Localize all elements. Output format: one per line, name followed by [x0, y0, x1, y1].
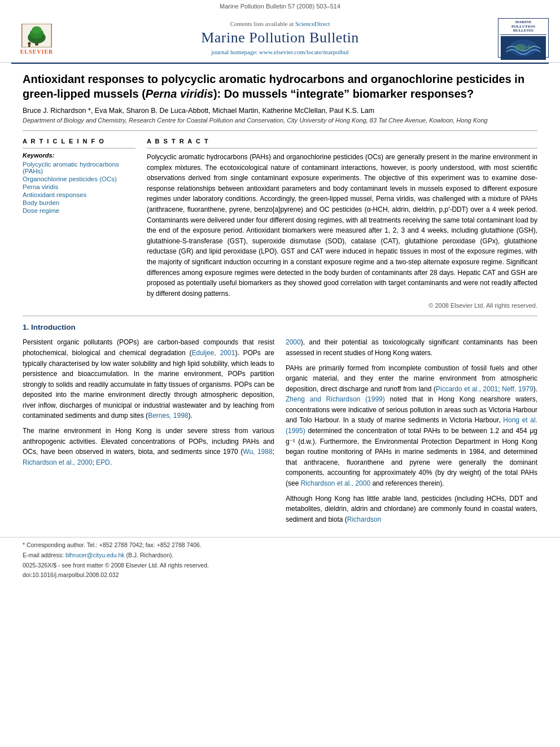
content-area: Antioxidant responses to polycyclic arom…: [0, 64, 560, 537]
ref-epd[interactable]: EPD,: [96, 458, 112, 466]
email-suffix: (B.J. Richardson).: [126, 552, 173, 558]
intro-two-col: Persistent organic pollutants (POPs) are…: [23, 337, 537, 529]
abstract-col: A B S T R A C T Polycyclic aromatic hydr…: [147, 138, 537, 309]
ref-bernes[interactable]: Bernes, 1998: [148, 412, 188, 420]
doi-line: doi:10.1016/j.marpolbul.2008.02.032: [23, 571, 537, 579]
sciencedirect-text: Contents lists available at: [230, 20, 294, 27]
ref-zheng[interactable]: Zheng and Richardson (1999): [286, 395, 385, 403]
email-note: E-mail address: blhrucer@cityu.edu.hk (B…: [23, 551, 537, 560]
authors-line: Bruce J. Richardson *, Eva Mak, Sharon B…: [23, 107, 537, 115]
mpb-logo-top: MARINEPOLLUTIONBULLETIN: [500, 20, 546, 35]
svg-rect-6: [28, 45, 30, 47]
ref-richardson-end[interactable]: Richardson: [347, 516, 382, 523]
abstract-text: Polycyclic aromatic hydrocarbons (PAHs) …: [147, 152, 537, 299]
mpb-wave-icon: [504, 36, 543, 60]
journal-header: ELSEVIER Contents lists available at Sci…: [0, 11, 560, 63]
article-info-col: A R T I C L E I N F O Keywords: Polycycl…: [23, 138, 135, 309]
journal-homepage: journal homepage: www.elsevier.com/locat…: [62, 49, 498, 55]
top-citation: Marine Pollution Bulletin 57 (2008) 503–…: [0, 0, 560, 11]
intro-left-col: Persistent organic pollutants (POPs) are…: [23, 337, 274, 529]
abstract-end-divider: [23, 316, 537, 316]
elsevier-logo: ELSEVIER: [11, 21, 62, 55]
title-divider: [23, 130, 537, 131]
page: Marine Pollution Bulletin 57 (2008) 503–…: [0, 0, 560, 747]
footer-area: * Corresponding author. Tel.: +852 2788 …: [0, 537, 560, 583]
abstract-label: A B S T R A C T: [147, 138, 537, 145]
article-info-abstract: A R T I C L E I N F O Keywords: Polycycl…: [23, 138, 537, 309]
intro-heading: 1. Introduction: [23, 323, 537, 331]
sciencedirect-link[interactable]: ScienceDirect: [295, 20, 330, 27]
keywords-list: Polycyclic aromatic hydrocarbons (PAHs) …: [23, 161, 135, 214]
keyword-5: Body burden: [23, 199, 135, 206]
abstract-divider: [147, 148, 537, 148]
homepage-link[interactable]: journal homepage: www.elsevier.com/locat…: [211, 49, 349, 55]
intro-para-4: PAHs are primarily formed from incomplet…: [286, 363, 537, 489]
intro-para-2: The marine environment in Hong Kong is u…: [23, 426, 274, 468]
svg-point-5: [28, 42, 30, 45]
journal-title-block: Contents lists available at ScienceDirec…: [62, 20, 498, 55]
elsevier-label: ELSEVIER: [20, 49, 54, 55]
citation-text: Marine Pollution Bulletin 57 (2008) 503–…: [220, 3, 340, 10]
svg-point-10: [515, 44, 526, 51]
copyright-line: © 2008 Elsevier Ltd. All rights reserved…: [147, 302, 537, 309]
ref-richardson2000[interactable]: Richardson et al., 2000: [23, 458, 92, 466]
email-link[interactable]: blhrucer@cityu.edu.hk: [65, 552, 125, 558]
ref-wu[interactable]: Wu, 1988: [243, 448, 272, 456]
keyword-3: Perna viridis: [23, 184, 135, 190]
ref-eduljee[interactable]: Eduljee, 2001: [192, 349, 235, 357]
corresponding-author-note: * Corresponding author. Tel.: +852 2788 …: [23, 541, 537, 549]
elsevier-tree-icon: [20, 24, 54, 47]
corresponding-author-text: * Corresponding author. Tel.: +852 2788 …: [23, 541, 202, 548]
intro-para-3: 2000), and their potential as toxicologi…: [286, 337, 537, 358]
title-italic: Perna viridis: [146, 88, 213, 100]
title-text-after: ): Do mussels “integrate” biomarker resp…: [213, 88, 474, 100]
mpb-logo-image: [501, 36, 546, 60]
ref-2000[interactable]: 2000: [286, 338, 301, 346]
journal-title: Marine Pollution Bulletin: [62, 29, 498, 46]
article-info-label: A R T I C L E I N F O: [23, 138, 135, 145]
intro-para-1: Persistent organic pollutants (POPs) are…: [23, 337, 274, 421]
ref-richardson2000b[interactable]: Richardson et al., 2000: [301, 479, 370, 487]
ref-piccardo[interactable]: Piccardo et al., 2001: [436, 385, 498, 393]
issn-line: 0025-326X/$ - see front matter © 2008 El…: [23, 561, 537, 570]
ref-hong[interactable]: Hong et al. (1995): [286, 416, 537, 435]
intro-para-5: Although Hong Kong has little arable lan…: [286, 493, 537, 525]
keyword-6: Dose regime: [23, 207, 135, 214]
header-logo-row: ELSEVIER Contents lists available at Sci…: [11, 16, 549, 60]
intro-right-col: 2000), and their potential as toxicologi…: [286, 337, 537, 529]
sciencedirect-line: Contents lists available at ScienceDirec…: [62, 20, 498, 27]
article-title: Antioxidant responses to polycyclic arom…: [23, 72, 537, 101]
keyword-1: Polycyclic aromatic hydrocarbons (PAHs): [23, 161, 135, 174]
keywords-title: Keywords:: [23, 152, 135, 159]
keyword-4: Antioxidant responses: [23, 191, 135, 198]
ref-neff[interactable]: Neff, 1979: [502, 385, 533, 393]
email-label: E-mail address:: [23, 552, 64, 558]
keyword-2: Organochlorine pesticides (OCs): [23, 176, 135, 182]
affiliation-line: Department of Biology and Chemistry, Res…: [23, 117, 537, 124]
article-info-divider: [23, 148, 135, 148]
mpb-logo-box: MARINEPOLLUTIONBULLETIN: [498, 18, 549, 58]
svg-point-4: [32, 26, 42, 34]
